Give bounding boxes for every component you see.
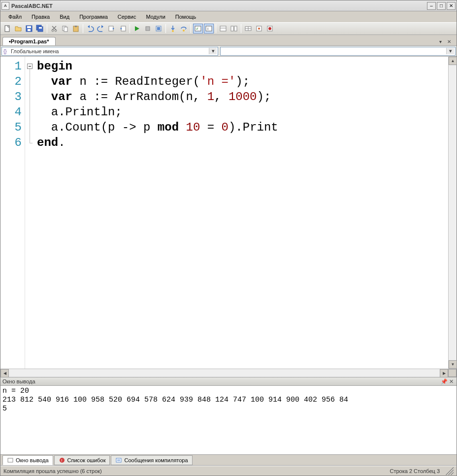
svg-rect-6 [39,27,42,29]
fold-column [25,57,37,369]
error-icon: ! [59,457,65,464]
svg-rect-25 [231,26,233,31]
tab-error-list[interactable]: ! Список ошибок [54,455,110,465]
nav-forward-icon[interactable] [118,24,128,34]
close-button[interactable]: ✕ [447,2,456,10]
toolbar-separator [130,24,130,33]
braces-icon: {} [3,48,10,55]
paste-icon[interactable] [71,24,81,34]
vertical-scrollbar[interactable]: ▲ ▼ [448,57,457,369]
breakpoints-icon[interactable] [265,24,275,34]
svg-rect-12 [75,26,77,27]
editor-tabs: •Program1.pas* ▾ ✕ [0,35,457,46]
save-icon[interactable] [24,24,34,34]
scroll-up-icon[interactable]: ▲ [449,57,457,65]
tab-program1[interactable]: •Program1.pas* [2,37,56,45]
tab-output-window[interactable]: Окно вывода [2,455,53,465]
toggle-output-icon[interactable] [193,24,203,34]
toolbar: I [0,22,457,35]
horizontal-scrollbar[interactable]: ◀ ▶ [0,369,457,377]
step-over-icon[interactable] [179,24,189,34]
app-window: A PascalABC.NET – □ ✕ Файл Правка Вид Пр… [0,0,457,476]
resize-grip-icon[interactable] [446,467,454,475]
panel2-icon[interactable] [229,24,239,34]
copy-icon[interactable] [60,24,70,34]
app-icon: A [1,2,9,10]
menu-service[interactable]: Сервис [113,13,141,21]
menubar: Файл Правка Вид Программа Сервис Модули … [0,11,457,22]
tabs-dropdown-icon[interactable]: ▾ [437,38,444,45]
window-title: PascalABC.NET [11,3,427,9]
svg-rect-2 [27,26,31,28]
scope-combo-left[interactable]: {} Глобальные имена ▾ [1,47,218,56]
toolbar-separator [191,24,191,33]
svg-rect-23 [220,26,226,31]
svg-rect-21 [206,26,212,31]
line-number: 1 [0,59,22,74]
undo-icon[interactable] [85,24,95,34]
fold-end [30,143,33,143]
maximize-button[interactable]: □ [437,2,446,10]
svg-rect-35 [8,458,13,462]
svg-rect-10 [64,27,67,32]
svg-rect-17 [157,27,160,30]
status-compile: Компиляция прошла успешно (6 строк) [3,468,102,474]
close-panel-icon[interactable]: ✕ [448,378,455,385]
menu-help[interactable]: Помощь [170,13,201,21]
pin-icon[interactable]: 📌 [441,378,448,385]
scope-combo-right[interactable]: ▾ [220,47,456,56]
scroll-left-icon[interactable]: ◀ [0,369,9,377]
status-cursor: Строка 2 Столбец 3 [390,468,440,474]
tab-label: Окно вывода [16,457,49,463]
watch-icon[interactable] [243,24,253,34]
toolbar-separator [216,24,216,33]
code-body[interactable]: begin var n := ReadInteger('n ='); var a… [37,57,448,369]
line-number: 5 [0,120,22,135]
line-number: 2 [0,74,22,89]
panel1-icon[interactable] [218,24,228,34]
tab-close-icon[interactable]: ✕ [446,38,453,45]
run-icon[interactable] [132,24,142,34]
menu-edit[interactable]: Правка [27,13,55,21]
svg-rect-38 [116,458,121,462]
stop-icon[interactable] [143,24,153,34]
scope-label: Глобальные имена [11,48,209,54]
svg-rect-13 [109,26,113,31]
new-file-icon[interactable] [2,24,12,34]
cut-icon[interactable] [49,24,59,34]
menu-file[interactable]: Файл [3,13,27,21]
scroll-down-icon[interactable]: ▼ [449,360,457,369]
minimize-button[interactable]: – [427,2,436,10]
locals-icon[interactable] [254,24,264,34]
menu-view[interactable]: Вид [55,13,74,21]
tab-compiler-messages[interactable]: Сообщения компилятора [111,455,192,465]
menu-program[interactable]: Программа [74,13,113,21]
redo-icon[interactable] [96,24,106,34]
code-editor[interactable]: 1 2 3 4 5 6 begin var n := ReadInteger('… [0,57,457,369]
output-title: Окно вывода [2,378,441,384]
scope-bar: {} Глобальные имена ▾ ▾ [0,46,457,57]
compile-icon[interactable] [154,24,163,34]
menu-modules[interactable]: Модули [141,13,170,21]
fold-toggle-icon[interactable] [27,64,33,69]
toggle-input-icon[interactable]: I [204,24,214,34]
svg-text:{}: {} [3,49,7,54]
toolbar-separator [47,24,47,33]
bottom-tabs: Окно вывода ! Список ошибок Сообщения ко… [0,455,457,466]
svg-text:!: ! [61,458,62,463]
line-number: 3 [0,89,22,104]
scroll-right-icon[interactable]: ▶ [440,369,448,377]
dropdown-arrow-icon: ▾ [209,48,217,54]
toolbar-separator [241,24,241,33]
nav-back-icon[interactable] [107,24,117,34]
svg-rect-20 [195,26,201,31]
step-into-icon[interactable] [168,24,178,34]
statusbar: Компиляция прошла успешно (6 строк) Стро… [0,466,457,476]
save-all-icon[interactable] [35,24,45,34]
svg-point-33 [268,27,271,30]
open-file-icon[interactable] [13,24,23,34]
svg-rect-14 [121,26,126,31]
output-body[interactable]: n = 20 213 812 540 916 100 958 520 694 5… [0,386,457,455]
scroll-track[interactable] [449,65,457,360]
scroll-track[interactable] [9,369,440,377]
